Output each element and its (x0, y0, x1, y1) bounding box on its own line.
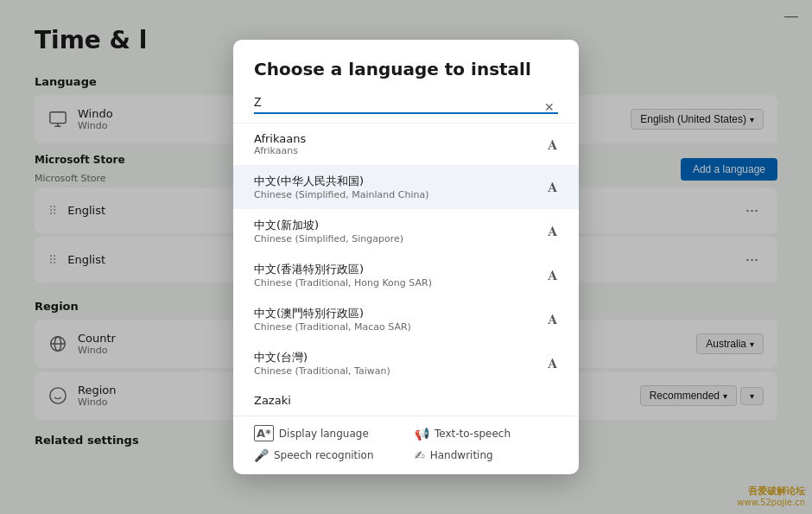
list-item[interactable]: 中文(新加坡) Chinese (Simplified, Singapore) … (233, 209, 579, 253)
display-language-icon: A* (254, 425, 274, 441)
font-icon: 𝐀 (548, 179, 558, 195)
font-icon: 𝐀 (548, 136, 558, 153)
speech-label: Speech recognition (274, 449, 374, 461)
lang-name: Zazaki (254, 394, 558, 407)
lang-sub: Chinese (Traditional, Macao SAR) (254, 321, 537, 333)
font-icon: 𝐀 (548, 223, 558, 239)
dialog-header: Choose a language to install (233, 40, 579, 92)
lang-name: Afrikaans (254, 132, 537, 145)
lang-sub: Chinese (Traditional, Hong Kong SAR) (254, 277, 537, 289)
lang-sub: Chinese (Traditional, Taiwan) (254, 365, 537, 377)
feature-display-language: A* Display language (254, 425, 397, 441)
display-language-label: Display language (279, 428, 369, 440)
lang-name: 中文(澳門特別行政區) (254, 306, 537, 321)
lang-name: 中文(台灣) (254, 350, 537, 365)
search-container: ✕ (233, 92, 579, 123)
speech-icon: 🎤 (254, 448, 269, 462)
dialog-title: Choose a language to install (254, 59, 558, 79)
dialog-footer: A* Display language 📢 Text-to-speech 🎤 S… (233, 416, 579, 474)
search-clear-button[interactable]: ✕ (544, 100, 555, 114)
handwriting-label: Handwriting (430, 449, 493, 461)
list-item[interactable]: Zazaki (233, 385, 579, 416)
font-icon: 𝐀 (548, 267, 558, 283)
lang-sub: Chinese (Simplified, Singapore) (254, 233, 537, 244)
lang-sub: Afrikaans (254, 145, 537, 156)
feature-handwriting: ✍ Handwriting (415, 448, 558, 462)
feature-tts: 📢 Text-to-speech (415, 425, 558, 441)
tts-label: Text-to-speech (435, 428, 511, 440)
list-item[interactable]: Afrikaans Afrikaans 𝐀 (233, 124, 579, 165)
list-item[interactable]: 中文(澳門特別行政區) Chinese (Traditional, Macao … (233, 297, 579, 341)
lang-name: 中文(新加坡) (254, 218, 537, 233)
language-list: Afrikaans Afrikaans 𝐀 中文(中华人民共和国) Chines… (233, 123, 579, 416)
lang-name: 中文(中华人民共和国) (254, 174, 537, 189)
feature-speech: 🎤 Speech recognition (254, 448, 397, 462)
lang-name: 中文(香港特別行政區) (254, 262, 537, 277)
list-item[interactable]: 中文(中华人民共和国) Chinese (Simplified, Mainlan… (233, 165, 579, 209)
font-icon: 𝐀 (548, 355, 558, 371)
lang-sub: Chinese (Simplified, Mainland China) (254, 189, 537, 200)
language-search-input[interactable] (254, 92, 558, 114)
language-install-dialog: Choose a language to install ✕ Afrikaans… (233, 40, 579, 474)
font-icon: 𝐀 (548, 311, 558, 327)
tts-icon: 📢 (415, 427, 429, 441)
handwriting-icon: ✍ (415, 448, 425, 462)
list-item[interactable]: 中文(台灣) Chinese (Traditional, Taiwan) 𝐀 (233, 341, 579, 385)
modal-overlay: Choose a language to install ✕ Afrikaans… (0, 0, 812, 514)
list-item[interactable]: 中文(香港特別行政區) Chinese (Traditional, Hong K… (233, 253, 579, 297)
